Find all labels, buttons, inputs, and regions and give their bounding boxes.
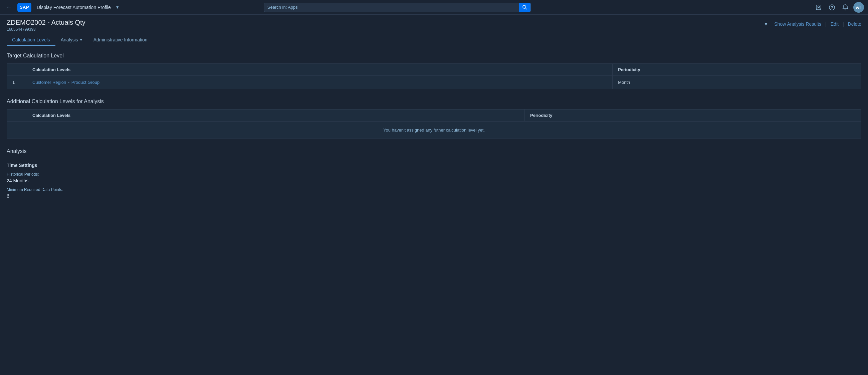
page-header: ZDEMO2002 - Actuals Qty 1605544799393 ▼ … xyxy=(0,15,868,46)
edit-link[interactable]: Edit xyxy=(831,21,839,27)
target-calc-section-title: Target Calculation Level xyxy=(7,53,861,59)
tab-analysis[interactable]: Analysis ▼ xyxy=(55,34,88,46)
historical-periods-field: Historical Periods: 24 Months xyxy=(7,172,861,183)
header-dropdown-button[interactable]: ▼ xyxy=(762,20,770,28)
show-analysis-results-link[interactable]: Show Analysis Results xyxy=(774,21,821,27)
time-settings-section: Time Settings Historical Periods: 24 Mon… xyxy=(7,163,861,199)
nav-right-actions: ? AT xyxy=(813,2,864,13)
header-divider-1: | xyxy=(825,21,827,27)
target-col-periodicity-header: Periodicity xyxy=(613,64,861,76)
top-navigation: ← SAP Display Forecast Automation Profil… xyxy=(0,0,868,15)
svg-text:?: ? xyxy=(831,5,833,10)
additional-calculation-section: Additional Calculation Levels for Analys… xyxy=(7,98,861,139)
sap-logo: SAP xyxy=(18,3,31,12)
target-table-header: Calculation Levels Periodicity xyxy=(7,64,861,76)
page-header-actions: ▼ Show Analysis Results | Edit | Delete xyxy=(762,19,861,28)
row-periodicity: Month xyxy=(613,76,861,89)
additional-calculation-table: Calculation Levels Periodicity You haven… xyxy=(7,109,861,139)
customer-region-link[interactable]: Customer Region xyxy=(32,80,66,85)
historical-periods-label: Historical Periods: xyxy=(7,172,861,177)
search-bar xyxy=(264,3,531,12)
contacts-icon xyxy=(815,4,822,11)
additional-table-body: You haven't assigned any futher calculat… xyxy=(7,122,861,139)
help-icon: ? xyxy=(829,4,835,11)
back-button[interactable]: ← xyxy=(4,2,14,12)
main-content: Target Calculation Level Calculation Lev… xyxy=(0,46,868,209)
app-title-dropdown[interactable]: ▼ xyxy=(114,4,121,10)
bell-icon xyxy=(842,4,849,11)
tab-administrative-information[interactable]: Administrative Information xyxy=(88,34,153,46)
additional-col-periodicity-header: Periodicity xyxy=(525,110,861,122)
additional-calc-section-title: Additional Calculation Levels for Analys… xyxy=(7,98,861,104)
svg-point-0 xyxy=(523,5,526,8)
min-data-points-field: Minimum Required Data Points: 6 xyxy=(7,187,861,199)
table-row: 1 Customer Region - Product Group Month xyxy=(7,76,861,89)
time-settings-title: Time Settings xyxy=(7,163,861,168)
additional-table-header-row: Calculation Levels Periodicity xyxy=(7,110,861,122)
analysis-tab-chevron: ▼ xyxy=(80,38,83,42)
svg-line-1 xyxy=(525,8,527,9)
target-calculation-section: Target Calculation Level Calculation Lev… xyxy=(7,53,861,89)
page-title: ZDEMO2002 - Actuals Qty xyxy=(7,19,86,26)
target-table-header-row: Calculation Levels Periodicity xyxy=(7,64,861,76)
historical-periods-value: 24 Months xyxy=(7,178,861,183)
target-calculation-table: Calculation Levels Periodicity 1 Custome… xyxy=(7,63,861,89)
tab-bar: Calculation Levels Analysis ▼ Administra… xyxy=(7,34,861,46)
user-avatar[interactable]: AT xyxy=(853,2,864,13)
row-calc-level: Customer Region - Product Group xyxy=(27,76,613,89)
search-input[interactable] xyxy=(264,5,519,10)
tab-calculation-levels[interactable]: Calculation Levels xyxy=(7,34,55,46)
row-num: 1 xyxy=(7,76,27,89)
contacts-icon-button[interactable] xyxy=(813,2,824,13)
search-icon xyxy=(522,5,527,10)
analysis-section: Analysis Time Settings Historical Period… xyxy=(7,148,861,199)
target-table-body: 1 Customer Region - Product Group Month xyxy=(7,76,861,89)
page-header-top: ZDEMO2002 - Actuals Qty 1605544799393 ▼ … xyxy=(7,19,861,32)
app-title: Display Forecast Automation Profile xyxy=(37,5,111,10)
min-data-points-label: Minimum Required Data Points: xyxy=(7,187,861,192)
svg-point-3 xyxy=(817,6,819,7)
additional-col-num-header xyxy=(7,110,27,122)
help-icon-button[interactable]: ? xyxy=(827,2,837,13)
analysis-section-title: Analysis xyxy=(7,148,861,157)
min-data-points-value: 6 xyxy=(7,193,861,199)
delete-link[interactable]: Delete xyxy=(848,21,861,27)
additional-table-header: Calculation Levels Periodicity xyxy=(7,110,861,122)
calc-level-separator: - xyxy=(67,80,71,85)
page-title-area: ZDEMO2002 - Actuals Qty 1605544799393 xyxy=(7,19,86,32)
empty-message: You haven't assigned any futher calculat… xyxy=(7,122,861,139)
notifications-icon-button[interactable] xyxy=(840,2,850,13)
search-button[interactable] xyxy=(519,3,530,12)
target-col-calc-levels-header: Calculation Levels xyxy=(27,64,613,76)
additional-col-calc-levels-header: Calculation Levels xyxy=(27,110,525,122)
target-col-num-header xyxy=(7,64,27,76)
empty-row: You haven't assigned any futher calculat… xyxy=(7,122,861,139)
page-subtitle: 1605544799393 xyxy=(7,27,86,32)
header-divider-2: | xyxy=(843,21,844,27)
product-group-link[interactable]: Product Group xyxy=(71,80,100,85)
